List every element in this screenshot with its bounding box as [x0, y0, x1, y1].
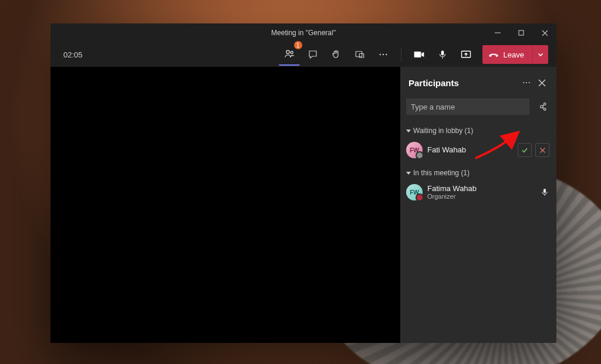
svg-point-13 — [523, 82, 524, 83]
svg-point-14 — [526, 82, 527, 83]
microphone-button[interactable] — [432, 44, 453, 65]
title-bar: Meeting in "General" — [50, 23, 556, 42]
attendee-name: Fatima Wahab — [427, 184, 540, 193]
search-input[interactable] — [406, 98, 529, 115]
attendee-role: Organizer — [427, 193, 540, 200]
camera-button[interactable] — [408, 44, 430, 65]
breakout-rooms-button[interactable] — [349, 44, 370, 65]
more-actions-button[interactable] — [373, 44, 394, 65]
leave-dropdown-button[interactable] — [532, 45, 548, 64]
deny-button[interactable] — [535, 143, 549, 157]
in-meeting-section-header[interactable]: In this meeting (1) — [406, 169, 549, 177]
admit-button[interactable] — [518, 143, 532, 157]
x-icon — [539, 147, 546, 154]
window-controls — [486, 23, 556, 42]
svg-point-4 — [286, 50, 289, 53]
show-chat-button[interactable] — [302, 44, 323, 65]
svg-rect-11 — [441, 50, 444, 55]
svg-rect-1 — [519, 30, 524, 35]
participants-title: Participants — [408, 78, 519, 88]
svg-point-10 — [386, 54, 387, 55]
show-participants-button[interactable]: 1 — [279, 43, 300, 66]
svg-point-15 — [529, 82, 530, 83]
close-button[interactable] — [533, 23, 556, 42]
svg-point-19 — [543, 103, 546, 106]
presence-unknown-icon — [416, 151, 424, 159]
presence-busy-icon — [416, 193, 424, 202]
participants-badge-icon: 1 — [294, 41, 302, 49]
avatar: FW — [406, 184, 423, 200]
meeting-timer: 02:05 — [63, 50, 83, 59]
close-panel-button[interactable] — [534, 75, 549, 90]
avatar: FW — [406, 142, 423, 158]
meeting-window: Meeting in "General" 02:05 1 — [50, 23, 556, 343]
toolbar-divider — [401, 47, 401, 62]
participants-badge-count: 1 — [296, 42, 300, 49]
in-meeting-section-label: In this meeting (1) — [413, 169, 470, 177]
share-screen-button[interactable] — [455, 44, 477, 65]
participants-more-button[interactable] — [519, 75, 534, 90]
attendee-row[interactable]: FW Fatima Wahab Organizer — [406, 181, 549, 204]
svg-point-9 — [382, 54, 383, 55]
caret-down-icon — [406, 130, 411, 132]
minimize-button[interactable] — [486, 23, 509, 42]
lobby-participant-name: Fati Wahab — [427, 145, 518, 155]
share-invite-button[interactable] — [534, 99, 549, 114]
lobby-section-label: Waiting in lobby (1) — [413, 127, 473, 135]
svg-point-20 — [543, 108, 546, 111]
raise-hand-button[interactable] — [326, 44, 347, 65]
chevron-down-icon — [538, 52, 543, 57]
window-title: Meeting in "General" — [271, 29, 336, 37]
participants-panel: Participants Waiting in lobby (1) — [400, 67, 556, 343]
lobby-participant-row[interactable]: FW Fati Wahab — [406, 138, 549, 162]
svg-rect-6 — [356, 52, 362, 57]
meeting-toolbar: 02:05 1 — [50, 42, 556, 67]
lobby-section-header[interactable]: Waiting in lobby (1) — [406, 127, 549, 135]
caret-down-icon — [406, 172, 411, 175]
attendee-mic-icon — [540, 188, 549, 197]
leave-button[interactable]: Leave — [482, 45, 532, 64]
hangup-icon — [488, 49, 499, 60]
svg-rect-23 — [543, 189, 546, 193]
svg-point-5 — [291, 52, 293, 54]
leave-label: Leave — [504, 50, 524, 59]
meeting-content: Participants Waiting in lobby (1) — [50, 67, 556, 343]
video-stage — [50, 67, 400, 343]
maximize-button[interactable] — [509, 23, 533, 42]
svg-point-8 — [379, 54, 380, 55]
check-icon — [521, 147, 528, 154]
